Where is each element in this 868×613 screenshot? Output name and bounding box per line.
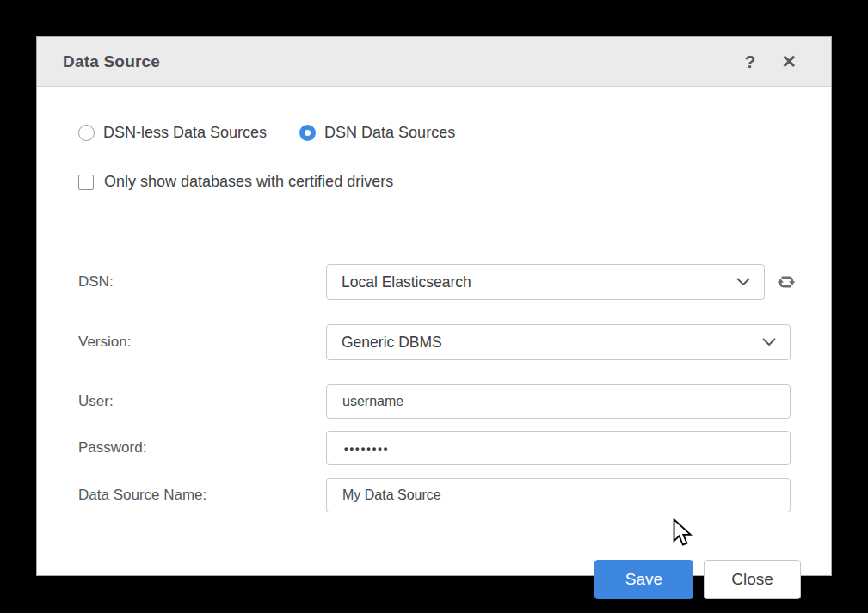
radio-dsn-data-sources[interactable]: DSN Data Sources bbox=[299, 124, 455, 142]
titlebar-actions: ? ✕ bbox=[745, 52, 797, 70]
help-icon[interactable]: ? bbox=[745, 52, 756, 70]
radio-dsnless-data-sources[interactable]: DSN-less Data Sources bbox=[78, 124, 267, 142]
certified-drivers-label: Only show databases with certified drive… bbox=[104, 173, 393, 191]
data-source-name-input[interactable] bbox=[326, 478, 791, 512]
data-source-name-label: Data Source Name: bbox=[78, 478, 206, 512]
radio-selected-icon[interactable] bbox=[299, 125, 316, 141]
chevron-down-icon bbox=[736, 278, 750, 286]
dsn-selected-value: Local Elasticsearch bbox=[342, 273, 736, 291]
radio-unselected-icon[interactable] bbox=[78, 125, 95, 141]
version-selected-value: Generic DBMS bbox=[342, 334, 762, 352]
dialog-titlebar: Data Source ? ✕ bbox=[37, 37, 831, 87]
dialog-title: Data Source bbox=[63, 52, 160, 71]
version-label: Version: bbox=[78, 324, 131, 360]
dsn-dropdown[interactable]: Local Elasticsearch bbox=[326, 264, 765, 300]
password-label: Password: bbox=[78, 431, 146, 465]
close-button[interactable]: Close bbox=[704, 560, 801, 599]
refresh-dsn-list-button[interactable] bbox=[773, 269, 799, 295]
certified-drivers-checkbox-row[interactable]: Only show databases with certified drive… bbox=[78, 173, 393, 191]
radio-dsnless-label: DSN-less Data Sources bbox=[103, 124, 267, 142]
dsn-label: DSN: bbox=[78, 264, 114, 300]
save-button[interactable]: Save bbox=[594, 560, 693, 599]
screen-background: { "window": { "title": "Data Source", "h… bbox=[0, 0, 868, 613]
radio-dsn-label: DSN Data Sources bbox=[324, 124, 455, 142]
user-input[interactable] bbox=[326, 384, 791, 419]
password-input[interactable] bbox=[326, 431, 791, 465]
refresh-icon bbox=[775, 271, 797, 293]
user-label: User: bbox=[78, 384, 114, 419]
close-icon[interactable]: ✕ bbox=[781, 52, 797, 70]
data-source-type-radio-group: DSN-less Data Sources DSN Data Sources bbox=[78, 124, 455, 142]
data-source-dialog: Data Source ? ✕ DSN-less Data Sources DS… bbox=[36, 36, 832, 576]
version-dropdown[interactable]: Generic DBMS bbox=[326, 324, 791, 360]
dialog-content: DSN-less Data Sources DSN Data Sources O… bbox=[37, 87, 831, 575]
chevron-down-icon bbox=[762, 338, 776, 346]
checkbox-unchecked-icon[interactable] bbox=[78, 175, 94, 190]
